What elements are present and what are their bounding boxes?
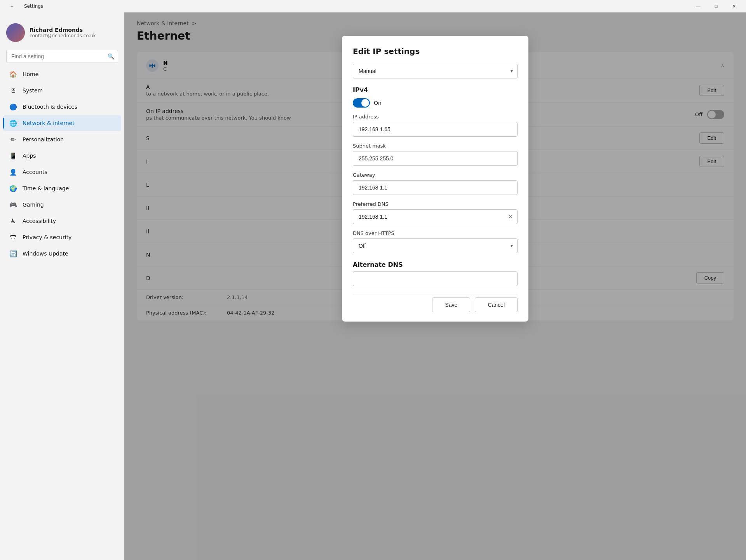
preferred-dns-field-group: Preferred DNS ✕ — [353, 201, 518, 224]
modal-overlay: Edit IP settings Automatic (DHCP) Manual… — [124, 12, 746, 560]
sidebar-item-label: Gaming — [23, 202, 44, 208]
gaming-icon: 🎮 — [9, 201, 17, 209]
preferred-dns-clear-button[interactable]: ✕ — [507, 213, 514, 221]
ip-mode-selector: Automatic (DHCP) Manual ▾ — [353, 64, 518, 78]
update-icon: 🔄 — [9, 250, 17, 257]
gateway-label: Gateway — [353, 172, 518, 178]
ip-address-field-group: IP address — [353, 114, 518, 137]
sidebar-item-personalization[interactable]: ✏️ Personalization — [3, 132, 121, 147]
personalization-icon: ✏️ — [9, 136, 17, 143]
window-title: Settings — [24, 3, 43, 9]
save-button[interactable]: Save — [432, 297, 470, 312]
modal-footer: Save Cancel — [353, 294, 518, 312]
ipv4-label: IPv4 — [353, 86, 518, 94]
sidebar-item-update[interactable]: 🔄 Windows Update — [3, 246, 121, 261]
dns-over-https-select[interactable]: Off On (automatic template) On (manual t… — [353, 238, 518, 253]
sidebar-item-gaming[interactable]: 🎮 Gaming — [3, 197, 121, 212]
sidebar-item-label: Accounts — [23, 169, 47, 175]
avatar — [6, 23, 25, 42]
sidebar-item-label: Time & language — [23, 185, 69, 191]
privacy-icon: 🛡 — [9, 233, 17, 241]
back-button[interactable]: ← — [3, 0, 21, 12]
sidebar-item-label: Privacy & security — [23, 234, 71, 240]
system-icon: 🖥 — [9, 87, 17, 94]
sidebar-item-accounts[interactable]: 👤 Accounts — [3, 164, 121, 180]
subnet-mask-field-group: Subnet mask — [353, 143, 518, 166]
minimize-button[interactable]: — — [689, 0, 707, 12]
preferred-dns-label: Preferred DNS — [353, 201, 518, 207]
doh-selector: Off On (automatic template) On (manual t… — [353, 238, 518, 253]
gateway-input[interactable] — [353, 180, 518, 195]
ip-address-input[interactable] — [353, 122, 518, 137]
ipv4-section: IPv4 On — [353, 86, 518, 108]
close-button[interactable]: ✕ — [725, 0, 743, 12]
sidebar-item-label: Accessibility — [23, 218, 56, 224]
alternate-dns-input[interactable] — [353, 271, 518, 286]
ipv4-toggle[interactable] — [353, 98, 370, 108]
user-name: Richard Edmonds — [30, 27, 96, 33]
sidebar-item-label: Windows Update — [23, 250, 68, 257]
edit-ip-settings-modal: Edit IP settings Automatic (DHCP) Manual… — [342, 36, 528, 322]
sidebar-item-label: Network & internet — [23, 120, 75, 126]
network-icon: 🌐 — [9, 119, 17, 127]
search-input[interactable] — [6, 50, 118, 63]
sidebar-item-bluetooth[interactable]: 🔵 Bluetooth & devices — [3, 99, 121, 115]
app-window: Richard Edmonds contact@richedmonds.co.u… — [0, 12, 746, 560]
gateway-field-group: Gateway — [353, 172, 518, 195]
sidebar: Richard Edmonds contact@richedmonds.co.u… — [0, 12, 124, 560]
dns-over-https-group: DNS over HTTPS Off On (automatic templat… — [353, 230, 518, 253]
alternate-dns-label: Alternate DNS — [353, 261, 518, 268]
preferred-dns-input[interactable] — [353, 209, 518, 224]
sidebar-item-privacy[interactable]: 🛡 Privacy & security — [3, 230, 121, 245]
sidebar-item-label: Bluetooth & devices — [23, 104, 77, 110]
search-icon: 🔍 — [108, 53, 114, 59]
accounts-icon: 👤 — [9, 168, 17, 176]
ip-address-label: IP address — [353, 114, 518, 120]
maximize-button[interactable]: □ — [707, 0, 725, 12]
modal-title: Edit IP settings — [353, 47, 518, 56]
accessibility-icon: ♿ — [9, 217, 17, 225]
ip-mode-select[interactable]: Automatic (DHCP) Manual — [353, 64, 518, 78]
dns-over-https-label: DNS over HTTPS — [353, 230, 518, 236]
ipv4-toggle-label: On — [374, 100, 382, 106]
sidebar-item-accessibility[interactable]: ♿ Accessibility — [3, 213, 121, 229]
cancel-button[interactable]: Cancel — [475, 297, 518, 312]
sidebar-item-home[interactable]: 🏠 Home — [3, 66, 121, 82]
alternate-dns-group: Alternate DNS — [353, 261, 518, 286]
user-info: Richard Edmonds contact@richedmonds.co.u… — [30, 27, 96, 38]
user-profile: Richard Edmonds contact@richedmonds.co.u… — [0, 19, 124, 50]
bluetooth-icon: 🔵 — [9, 103, 17, 111]
ipv4-toggle-row: On — [353, 98, 518, 108]
user-email: contact@richedmonds.co.uk — [30, 33, 96, 38]
subnet-mask-input[interactable] — [353, 151, 518, 166]
home-icon: 🏠 — [9, 70, 17, 78]
sidebar-item-system[interactable]: 🖥 System — [3, 83, 121, 98]
sidebar-item-apps[interactable]: 📱 Apps — [3, 148, 121, 163]
content-area: Network & internet > Ethernet N C — [124, 12, 746, 560]
ipv4-toggle-knob — [361, 99, 369, 107]
sidebar-item-label: Home — [23, 71, 38, 77]
subnet-mask-label: Subnet mask — [353, 143, 518, 149]
window-controls: — □ ✕ — [689, 0, 743, 12]
apps-icon: 📱 — [9, 152, 17, 160]
time-icon: 🌍 — [9, 184, 17, 192]
sidebar-item-label: Personalization — [23, 136, 64, 143]
search-box: 🔍 — [6, 50, 118, 63]
titlebar: ← Settings — □ ✕ — [0, 0, 746, 12]
sidebar-item-network[interactable]: 🌐 Network & internet — [3, 115, 121, 131]
sidebar-item-label: Apps — [23, 153, 36, 159]
sidebar-item-label: System — [23, 87, 43, 94]
sidebar-item-time[interactable]: 🌍 Time & language — [3, 181, 121, 196]
